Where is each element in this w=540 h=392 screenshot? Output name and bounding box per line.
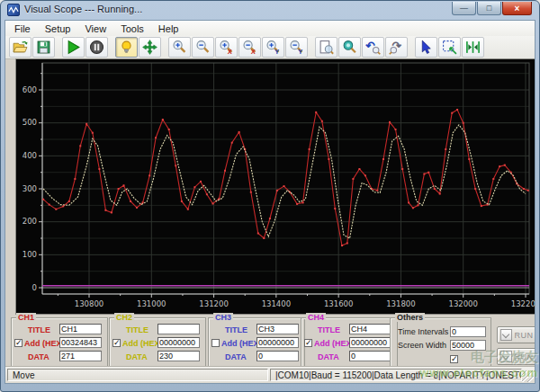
title-label: TITLE bbox=[126, 325, 148, 334]
data-input[interactable] bbox=[59, 351, 102, 361]
zoom-x-in-icon: X bbox=[219, 40, 234, 55]
title-input[interactable] bbox=[256, 324, 299, 334]
data-label: DATA bbox=[28, 352, 50, 361]
waveform-chart: 0100200300400500600130800131000131200131… bbox=[16, 59, 535, 314]
svg-text:200: 200 bbox=[22, 217, 37, 226]
light-button[interactable] bbox=[115, 37, 138, 58]
title-bar[interactable]: Visual Scope --- Running... — □ × bbox=[1, 1, 539, 20]
svg-text:131200: 131200 bbox=[199, 299, 228, 308]
title-label: TITLE bbox=[318, 325, 340, 334]
undo-zoom-button[interactable]: ↶ bbox=[362, 37, 384, 58]
time-intervals-input[interactable] bbox=[450, 326, 486, 337]
menu-setup[interactable]: Setup bbox=[38, 22, 78, 35]
status-mode: Move bbox=[7, 369, 268, 381]
minimize-button[interactable]: — bbox=[452, 2, 476, 15]
svg-text:100: 100 bbox=[22, 250, 37, 259]
svg-text:132000: 132000 bbox=[448, 299, 477, 308]
screen-width-label: Screen Width bbox=[398, 341, 446, 350]
measure-button[interactable] bbox=[462, 37, 484, 58]
addr-checkbox[interactable]: ✓ bbox=[304, 339, 312, 347]
svg-text:131000: 131000 bbox=[137, 299, 166, 308]
menu-bar: FileSetupViewToolsHelp bbox=[5, 21, 535, 37]
maximize-button[interactable]: □ bbox=[477, 2, 501, 15]
zoom-y-out-button[interactable]: Y bbox=[285, 37, 308, 58]
run-button[interactable] bbox=[62, 37, 85, 58]
title-label: TITLE bbox=[28, 325, 50, 334]
zoom-y-in-icon: Y bbox=[266, 40, 281, 55]
pan-button[interactable] bbox=[139, 37, 161, 58]
svg-text:131400: 131400 bbox=[262, 299, 291, 308]
run-icon bbox=[500, 351, 512, 362]
run-button-label: RUN bbox=[515, 352, 534, 361]
zoom-x-out-button[interactable]: X bbox=[238, 37, 261, 58]
channel-legend: CH4 bbox=[306, 313, 326, 322]
svg-text:Y: Y bbox=[274, 48, 279, 55]
data-input[interactable] bbox=[256, 351, 299, 361]
svg-text:500: 500 bbox=[22, 118, 37, 127]
run-button-label: RUN bbox=[515, 331, 534, 340]
measure-icon bbox=[465, 40, 481, 55]
zoom-y-out-icon: Y bbox=[289, 40, 304, 55]
menu-view[interactable]: View bbox=[77, 22, 113, 35]
select-region-icon bbox=[442, 40, 457, 55]
run-icon bbox=[500, 329, 512, 341]
zoom-y-in-button[interactable]: Y bbox=[262, 37, 284, 58]
svg-text:0: 0 bbox=[32, 283, 37, 292]
save-icon bbox=[36, 40, 51, 55]
close-button[interactable]: × bbox=[502, 2, 532, 15]
zoom-x-out-icon: X bbox=[242, 40, 257, 55]
channel-legend: CH1 bbox=[16, 313, 36, 322]
zoom-in-button[interactable] bbox=[168, 37, 191, 58]
channel-legend: CH2 bbox=[114, 313, 134, 322]
save-button[interactable] bbox=[32, 37, 55, 58]
svg-text:600: 600 bbox=[22, 85, 37, 94]
addr-label: Add (HEX) bbox=[24, 339, 65, 348]
addr-label: Add (HEX) bbox=[314, 339, 355, 348]
channel-panel-ch2: CH2TITLE✓Add (HEX)DATA bbox=[109, 317, 206, 367]
addr-label: Add (HEX) bbox=[122, 339, 163, 348]
view-all-button[interactable] bbox=[338, 37, 361, 58]
oscilloscope-plot[interactable]: 0100200300400500600130800131000131200131… bbox=[15, 58, 536, 315]
menu-tools[interactable]: Tools bbox=[113, 22, 151, 35]
addr-label: Add (HEX) bbox=[221, 339, 262, 348]
title-input[interactable] bbox=[158, 324, 200, 334]
others-checkbox[interactable]: ✓ bbox=[450, 355, 458, 363]
run-button-top[interactable]: RUN bbox=[497, 326, 536, 343]
data-input[interactable] bbox=[158, 351, 200, 361]
title-input[interactable] bbox=[59, 324, 102, 334]
open-button[interactable] bbox=[9, 37, 32, 58]
title-input[interactable] bbox=[349, 324, 392, 334]
run-icon bbox=[66, 40, 81, 55]
addr-input[interactable] bbox=[256, 337, 299, 348]
svg-text:X: X bbox=[228, 48, 232, 55]
svg-text:132200: 132200 bbox=[511, 299, 535, 308]
zoom-x-in-button[interactable]: X bbox=[215, 37, 238, 58]
pointer-button[interactable] bbox=[415, 37, 437, 58]
addr-checkbox[interactable] bbox=[212, 339, 220, 347]
addr-input[interactable] bbox=[59, 337, 102, 348]
menu-file[interactable]: File bbox=[7, 22, 38, 35]
addr-checkbox[interactable]: ✓ bbox=[14, 339, 22, 347]
menu-help[interactable]: Help bbox=[151, 22, 186, 35]
data-label: DATA bbox=[318, 352, 339, 361]
resize-grip[interactable] bbox=[522, 370, 534, 382]
pointer-icon bbox=[418, 40, 434, 55]
addr-input[interactable] bbox=[349, 337, 392, 348]
addr-input[interactable] bbox=[158, 337, 200, 348]
data-input[interactable] bbox=[349, 351, 392, 361]
fit-page-button[interactable] bbox=[315, 37, 338, 58]
channel-panel-ch4: CH4TITLE✓Add (HEX)DATA bbox=[301, 317, 398, 367]
close-icon: × bbox=[515, 4, 520, 13]
redo-zoom-button[interactable]: ↷ bbox=[385, 37, 408, 58]
window-frame: Visual Scope --- Running... — □ × FileSe… bbox=[0, 0, 540, 392]
pause-button[interactable] bbox=[86, 37, 108, 58]
zoom-out-button[interactable] bbox=[192, 37, 214, 58]
select-region-button[interactable] bbox=[438, 37, 461, 58]
app-icon bbox=[7, 4, 20, 16]
zoom-out-icon bbox=[195, 40, 211, 55]
run-button-bottom[interactable]: RUN bbox=[497, 348, 536, 365]
screen-width-input[interactable] bbox=[450, 340, 486, 351]
maximize-icon: □ bbox=[487, 4, 491, 13]
addr-checkbox[interactable]: ✓ bbox=[112, 339, 121, 347]
pause-icon bbox=[89, 40, 104, 55]
